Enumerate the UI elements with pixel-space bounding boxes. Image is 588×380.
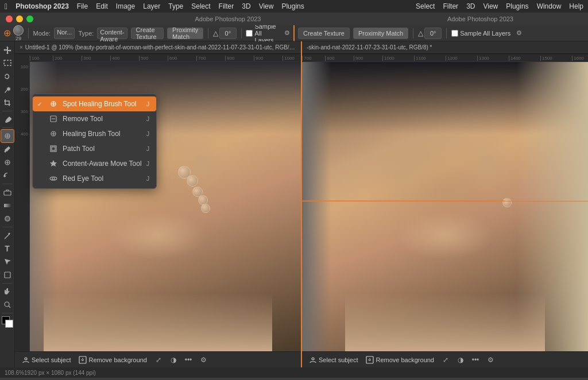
menu-edit[interactable]: Edit [96,2,108,10]
menu-type[interactable]: Type [168,2,183,10]
canvas-content-left: 100 200 300 400 ✓ Spot Healing Brush Too… [15,62,301,351]
canvas-right[interactable] [302,62,588,351]
tool-path-select[interactable] [1,255,14,268]
remove-bg-label-left: Remove background [88,356,147,363]
menu-filter2[interactable]: Filter [443,2,458,10]
expand-icon-right[interactable]: ⤢ [440,354,451,366]
options-icon[interactable]: ⚙ [284,29,290,37]
menu-item-red-eye[interactable]: Red Eye Tool J [33,171,156,186]
mask-icon-left[interactable]: ◑ [168,354,179,366]
menu-item-patch[interactable]: Patch Tool J [33,141,156,156]
menu-file[interactable]: File [77,2,88,10]
mode-select[interactable]: Nor... [54,28,75,39]
title-left: Adobe Photoshop 2023 [195,15,261,22]
svg-point-7 [6,217,9,220]
menu-view2[interactable]: View [483,2,498,10]
menu-select[interactable]: Select [191,2,210,10]
settings-icon-right[interactable]: ⚙ [485,354,496,366]
tool-crop[interactable] [1,96,14,109]
select-subject-btn-left[interactable]: Select subject [20,355,73,365]
tool-rect-select[interactable] [1,57,14,69]
doc-name-right: -skin-and-nat-2022-11-07-23-31-01-utc, R… [307,44,432,51]
tool-zoom[interactable] [1,298,14,311]
menu-image[interactable]: Image [116,2,135,10]
menu-item-content-aware[interactable]: Content-Aware Move Tool J [33,156,156,171]
create-texture-btn-r[interactable]: Create Texture [298,28,350,39]
menu-help[interactable]: Help [569,2,583,10]
menu-item-spot-healing[interactable]: ✓ Spot Healing Brush Tool J [33,96,156,111]
main-area: T × Untitled-1 @ 109% (beauty-portrait-o… [0,41,588,367]
tool-blur[interactable] [1,212,14,225]
menu-filter[interactable]: Filter [219,2,234,10]
menu-plugins2[interactable]: Plugins [506,2,528,10]
menu-3d[interactable]: 3D [242,2,250,10]
app-name[interactable]: Photoshop 2023 [16,2,69,10]
expand-icon-left[interactable]: ⤢ [153,354,164,366]
sample-all-layers-checkbox[interactable] [246,30,253,37]
options-bar-left: ⊕ 29 Mode: Nor... Type: Content-Aware Cr… [0,25,295,41]
minimize-button[interactable] [16,15,23,22]
settings-icon-left[interactable]: ⚙ [198,354,209,366]
ruler-v-left: 100 200 300 400 [15,62,30,351]
toolbar-separator2 [2,127,13,128]
patch-label: Patch Tool [63,145,142,153]
tool-history[interactable] [1,169,14,182]
doc-tab-left: × Untitled-1 @ 109% (beauty-portrait-of-… [15,41,301,54]
menu-select2[interactable]: Select [416,2,435,10]
mask-icon-right[interactable]: ◑ [455,354,466,366]
tool-hand[interactable] [1,285,14,298]
sample-all-layers-checkbox-r[interactable] [451,30,458,37]
more-icon-right[interactable]: ••• [470,354,481,366]
tool-move[interactable] [1,44,14,56]
select-subject-icon-right [309,356,317,364]
tool-healing[interactable] [1,130,14,142]
tool-magic-wand[interactable] [1,83,14,96]
tool-eraser[interactable] [1,186,14,199]
proximity-match-btn[interactable]: Proximity Match [167,28,203,39]
angle-value[interactable]: 0° [219,28,237,39]
brush-size-control[interactable]: 29 [13,25,24,41]
tool-clone[interactable] [1,156,14,169]
tool-lasso[interactable] [1,70,14,83]
foreground-color-swatch[interactable] [2,316,13,328]
maximize-button[interactable] [26,15,33,22]
type-select[interactable]: Content-Aware [97,28,127,39]
menu-3d2[interactable]: 3D [466,2,475,10]
create-texture-btn[interactable]: Create Texture [131,28,164,39]
more-icon-left[interactable]: ••• [183,354,194,366]
menu-item-remove[interactable]: Remove Tool J [33,111,156,126]
proximity-match-btn-r[interactable]: Proximity Match [353,28,408,39]
menu-plugins[interactable]: Plugins [281,2,304,10]
title-bar: Adobe Photoshop 2023 Adobe Photoshop 202… [0,13,588,25]
apple-logo:  [5,2,7,11]
angle-value-r[interactable]: 0° [424,28,442,39]
options-icon-r[interactable]: ⚙ [516,29,522,37]
remove-bg-btn-right[interactable]: Remove background [363,355,436,365]
spot-healing-shortcut: J [146,100,150,107]
healing-dot-2 [187,175,198,187]
select-subject-btn-right[interactable]: Select subject [307,355,360,365]
red-eye-icon [49,174,58,183]
menu-view[interactable]: View [259,2,274,10]
sample-all-layers-label[interactable]: Sample All Layers [246,23,278,44]
canvas-left[interactable]: 100 200 300 400 ✓ Spot Healing Brush Too… [15,62,301,351]
close-tab-left[interactable]: × [20,44,23,51]
tool-eyedropper[interactable] [1,113,14,126]
select-subject-label-right: Select subject [319,356,358,363]
tool-type[interactable]: T [1,242,14,255]
menu-item-healing-brush[interactable]: Healing Brush Tool J [33,126,156,141]
content-aware-label: Content-Aware Move Tool [63,160,142,168]
ruler-corner-left [15,54,30,62]
angle-input[interactable]: △ 0° [213,28,237,39]
tool-gradient[interactable] [1,199,14,212]
tool-shape[interactable] [1,269,14,281]
menu-layer[interactable]: Layer [143,2,160,10]
close-button[interactable] [6,15,13,22]
tool-brush[interactable] [1,143,14,156]
tool-pen[interactable] [1,229,14,242]
remove-bg-btn-left[interactable]: Remove background [76,355,149,365]
healing-shortcut: J [146,130,150,137]
sample-all-layers-label-r[interactable]: Sample All Layers [451,30,510,37]
menu-window[interactable]: Window [537,2,562,10]
angle-input-r[interactable]: △ 0° [418,28,442,39]
